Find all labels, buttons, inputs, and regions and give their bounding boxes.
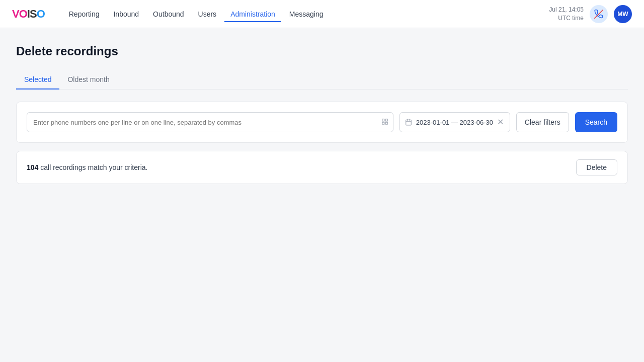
clear-date-button[interactable]: ✕ <box>497 118 504 126</box>
clear-filters-button[interactable]: Clear filters <box>516 112 569 132</box>
nav-messaging[interactable]: Messaging <box>283 6 330 22</box>
logo-v: V <box>12 8 19 21</box>
nav-links: Reporting Inbound Outbound Users Adminis… <box>63 6 549 22</box>
results-message: call recordings match your criteria. <box>40 163 147 171</box>
svg-rect-3 <box>382 122 384 124</box>
tab-oldest-month[interactable]: Oldest month <box>59 70 117 89</box>
results-text: 104 call recordings match your criteria. <box>27 163 147 171</box>
svg-rect-1 <box>382 119 384 121</box>
filter-section: 2023-01-01 — 2023-06-30 ✕ Clear filters … <box>16 102 628 143</box>
calendar-icon <box>405 119 412 126</box>
main-content: Delete recordings Selected Oldest month <box>0 28 644 196</box>
timezone: UTC time <box>549 14 584 23</box>
nav-outbound[interactable]: Outbound <box>147 6 190 22</box>
logo-o1: O <box>19 8 27 21</box>
phone-button[interactable] <box>590 5 608 23</box>
delete-button[interactable]: Delete <box>576 159 617 175</box>
tab-selected[interactable]: Selected <box>16 70 59 89</box>
navbar: VOISO Reporting Inbound Outbound Users A… <box>0 0 644 28</box>
input-icon <box>381 118 388 127</box>
nav-inbound[interactable]: Inbound <box>107 6 145 22</box>
avatar[interactable]: MW <box>614 5 632 23</box>
results-row: 104 call recordings match your criteria.… <box>16 151 628 184</box>
search-button[interactable]: Search <box>575 112 617 132</box>
nav-users[interactable]: Users <box>192 6 223 22</box>
date-range-text: 2023-01-01 — 2023-06-30 <box>416 119 493 126</box>
results-count: 104 <box>27 163 38 171</box>
logo: VOISO <box>12 8 45 21</box>
nav-right: Jul 21, 14:05 UTC time MW <box>549 5 632 23</box>
svg-rect-2 <box>385 119 387 121</box>
filter-row: 2023-01-01 — 2023-06-30 ✕ Clear filters … <box>27 112 617 132</box>
datetime-display: Jul 21, 14:05 UTC time <box>549 6 584 23</box>
svg-rect-4 <box>385 122 387 124</box>
tabs: Selected Oldest month <box>16 70 628 89</box>
logo-o2: O <box>37 8 45 21</box>
page-title: Delete recordings <box>16 44 628 58</box>
svg-rect-5 <box>406 120 412 125</box>
nav-administration[interactable]: Administration <box>224 6 281 22</box>
logo-s: S <box>30 8 37 21</box>
phone-input[interactable] <box>27 112 393 132</box>
phone-input-wrapper <box>27 112 393 132</box>
date-time: Jul 21, 14:05 <box>549 6 584 14</box>
nav-reporting[interactable]: Reporting <box>63 6 106 22</box>
date-range-wrapper[interactable]: 2023-01-01 — 2023-06-30 ✕ <box>399 112 510 132</box>
